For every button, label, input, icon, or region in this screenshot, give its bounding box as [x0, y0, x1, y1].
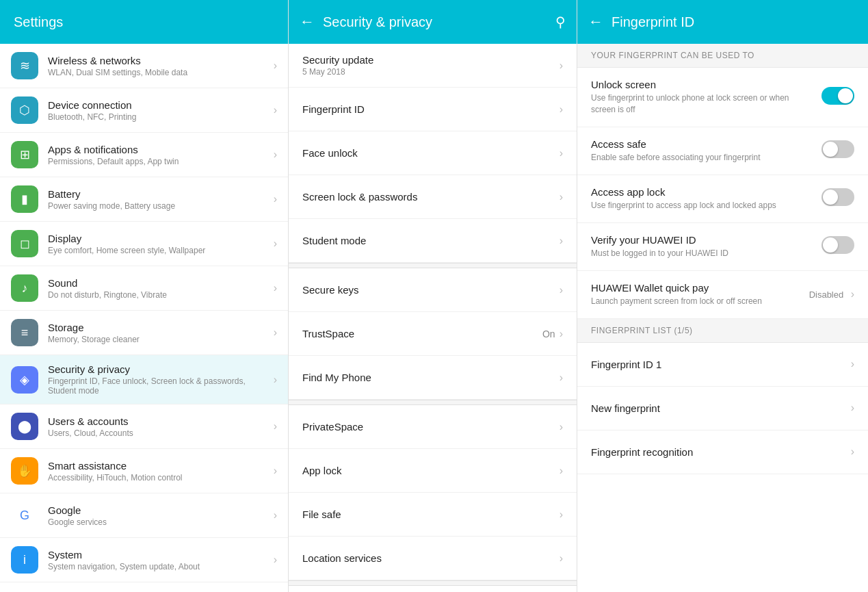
chevron-right-icon-battery: › [274, 193, 277, 205]
left-item-sub-system: System navigation, System update, About [48, 562, 274, 571]
separator-after-student-mode [289, 263, 577, 268]
middle-item-title-screen-lock: Screen lock & passwords [302, 191, 560, 203]
left-item-sub-google: Google services [48, 517, 274, 527]
middle-item-trustspace[interactable]: TrustSpace On › [289, 312, 577, 356]
separator-after-location-services [289, 580, 577, 586]
right-usage-item-unlock-screen[interactable]: Unlock screen Use fingerprint to unlock … [577, 68, 868, 127]
right-usage-item-access-safe[interactable]: Access safe Enable safe before associati… [577, 127, 868, 175]
middle-item-location-services[interactable]: Location services › [289, 537, 577, 580]
fp-list-item-fp1[interactable]: Fingerprint ID 1 › [577, 343, 868, 387]
left-item-sound[interactable]: ♪ Sound Do not disturb, Ringtone, Vibrat… [0, 266, 288, 311]
right-usage-item-verify-huawei[interactable]: Verify your HUAWEI ID Must be logged in … [577, 223, 868, 271]
left-item-security[interactable]: ◈ Security & privacy Fingerprint ID, Fac… [0, 355, 288, 404]
left-item-battery[interactable]: ▮ Battery Power saving mode, Battery usa… [0, 177, 288, 222]
middle-item-title-location-services: Location services [302, 552, 560, 564]
right-item-title-access-safe: Access safe [591, 138, 815, 150]
left-item-smart[interactable]: ✋ Smart assistance Accessibility, HiTouc… [0, 449, 288, 493]
fp-item-title-new-fp: New fingerprint [591, 402, 851, 414]
middle-chevron-face-unlock: › [560, 147, 563, 159]
middle-header-title: Security & privacy [323, 14, 547, 30]
fp-item-title-fp-recognition: Fingerprint recognition [591, 446, 851, 458]
icon-users: ⬤ [11, 413, 38, 440]
icon-sound: ♪ [11, 274, 38, 302]
left-item-system[interactable]: i System System navigation, System updat… [0, 538, 288, 582]
middle-item-file-safe[interactable]: File safe › [289, 493, 577, 537]
chevron-right-icon-security: › [274, 374, 277, 386]
left-item-title-users: Users & accounts [48, 415, 274, 427]
middle-item-fingerprint-id[interactable]: Fingerprint ID › [289, 88, 577, 131]
middle-chevron-privatespace: › [560, 421, 563, 433]
toggle-unlock-screen[interactable] [821, 87, 854, 105]
search-icon[interactable]: ⚲ [555, 14, 566, 30]
right-item-title-huawei-wallet: HUAWEI Wallet quick pay [591, 282, 802, 294]
toggle-verify-huawei[interactable] [821, 236, 854, 254]
right-usage-item-access-app-lock[interactable]: Access app lock Use fingerprint to acces… [577, 175, 868, 223]
left-item-title-smart: Smart assistance [48, 460, 274, 472]
chevron-right-icon-google: › [274, 509, 277, 522]
fp-list-item-fp-recognition[interactable]: Fingerprint recognition › [577, 430, 868, 474]
chevron-right-icon-huawei-wallet: › [851, 288, 854, 300]
fp-chevron-new-fp: › [851, 402, 854, 414]
left-item-title-google: Google [48, 504, 274, 516]
left-header: Settings [0, 0, 288, 44]
right-item-title-verify-huawei: Verify your HUAWEI ID [591, 234, 815, 246]
chevron-right-icon-device: › [274, 104, 277, 116]
right-item-sub-access-app-lock: Use fingerprint to access app lock and l… [591, 200, 815, 211]
right-item-title-access-app-lock: Access app lock [591, 186, 815, 198]
fp-chevron-fp1: › [851, 358, 854, 370]
left-item-wireless[interactable]: ≋ Wireless & networks WLAN, Dual SIM set… [0, 44, 288, 88]
middle-item-privatespace[interactable]: PrivateSpace › [289, 405, 577, 449]
middle-item-find-my-phone[interactable]: Find My Phone › [289, 356, 577, 400]
middle-chevron-file-safe: › [560, 509, 563, 521]
left-item-display[interactable]: ◻ Display Eye comfort, Home screen style… [0, 222, 288, 266]
left-item-device[interactable]: ⬡ Device connection Bluetooth, NFC, Prin… [0, 88, 288, 133]
middle-item-app-lock[interactable]: App lock › [289, 449, 577, 493]
right-back-arrow[interactable]: ← [588, 13, 603, 31]
middle-chevron-screen-lock: › [560, 191, 563, 203]
right-item-control-verify-huawei [821, 236, 854, 257]
middle-item-sub-security-update: 5 May 2018 [302, 67, 560, 77]
left-item-title-sound: Sound [48, 277, 274, 289]
middle-item-more[interactable]: More SIM lock, Download apps from unknow… [289, 586, 577, 592]
left-item-users[interactable]: ⬤ Users & accounts Users, Cloud, Account… [0, 404, 288, 449]
right-item-sub-verify-huawei: Must be logged in to your HUAWEI ID [591, 248, 815, 259]
middle-item-secure-keys[interactable]: Secure keys › [289, 268, 577, 312]
left-item-title-battery: Battery [48, 188, 274, 200]
chevron-right-icon-wireless: › [274, 60, 277, 72]
right-item-sub-unlock-screen: Use fingerprint to unlock phone at lock … [591, 92, 815, 116]
right-item-sub-huawei-wallet: Launch payment screen from lock or off s… [591, 296, 802, 307]
right-panel: ← Fingerprint ID YOUR FINGERPRINT CAN BE… [577, 0, 868, 592]
right-header: ← Fingerprint ID [577, 0, 868, 44]
middle-item-title-face-unlock: Face unlock [302, 147, 560, 159]
toggle-access-app-lock[interactable] [821, 188, 854, 206]
left-item-google[interactable]: G Google Google services › [0, 493, 288, 538]
middle-item-screen-lock[interactable]: Screen lock & passwords › [289, 175, 577, 219]
middle-chevron-find-my-phone: › [560, 372, 563, 384]
right-content: YOUR FINGERPRINT CAN BE USED TO Unlock s… [577, 44, 868, 592]
middle-panel: ← Security & privacy ⚲ Security update 5… [289, 0, 577, 592]
middle-back-arrow[interactable]: ← [300, 13, 315, 31]
middle-item-value-trustspace: On [542, 329, 555, 339]
toggle-access-safe[interactable] [821, 140, 854, 158]
middle-item-student-mode[interactable]: Student mode › [289, 219, 577, 263]
left-list: ≋ Wireless & networks WLAN, Dual SIM set… [0, 44, 288, 592]
right-header-title: Fingerprint ID [611, 14, 694, 30]
middle-item-security-update[interactable]: Security update 5 May 2018 › [289, 44, 577, 88]
fp-list-item-new-fp[interactable]: New fingerprint › [577, 387, 868, 430]
left-item-title-storage: Storage [48, 322, 274, 333]
left-item-title-apps: Apps & notifications [48, 144, 274, 155]
chevron-right-icon-smart: › [274, 465, 277, 477]
middle-item-face-unlock[interactable]: Face unlock › [289, 131, 577, 175]
fp-item-title-fp1: Fingerprint ID 1 [591, 359, 851, 370]
usage-section-header: YOUR FINGERPRINT CAN BE USED TO [577, 44, 868, 68]
middle-item-title-fingerprint-id: Fingerprint ID [302, 103, 560, 115]
left-item-apps[interactable]: ⊞ Apps & notifications Permissions, Defa… [0, 133, 288, 177]
chevron-right-icon-sound: › [274, 282, 277, 294]
icon-apps: ⊞ [11, 141, 38, 168]
left-item-sub-users: Users, Cloud, Accounts [48, 428, 274, 438]
chevron-right-icon-apps: › [274, 149, 277, 161]
left-item-sub-wireless: WLAN, Dual SIM settings, Mobile data [48, 68, 274, 77]
left-item-storage[interactable]: ≡ Storage Memory, Storage cleaner › [0, 311, 288, 355]
left-item-sub-battery: Power saving mode, Battery usage [48, 201, 274, 211]
fp-list-section-header: FINGERPRINT LIST (1/5) [577, 319, 868, 343]
